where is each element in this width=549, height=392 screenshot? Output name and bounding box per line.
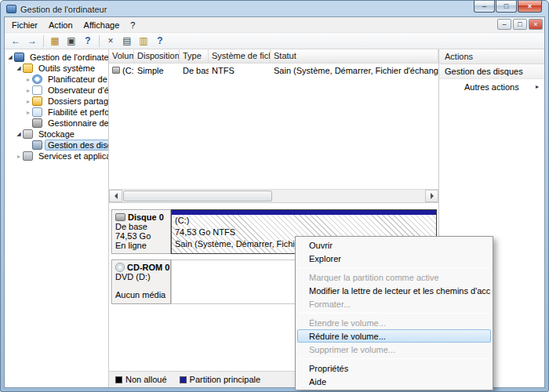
tree-item-services-applications[interactable]: ▸ Services et applications: [5, 151, 108, 162]
expander-closed-icon[interactable]: ▸: [24, 76, 32, 83]
tree-item-planificateur-taches[interactable]: ▸ Planificateur de tâches: [5, 74, 108, 85]
disk0-label[interactable]: Disque 0 De base 74,53 Go En ligne: [111, 209, 171, 254]
caption-buttons: – □ ×: [473, 1, 542, 13]
tree-item-gestion-ordinateur[interactable]: ◢ Gestion de l'ordinateur (local): [5, 52, 108, 63]
child-close-button[interactable]: ×: [529, 19, 543, 30]
tree-item-observateur-evenements[interactable]: ▸ Observateur d'événements: [5, 85, 108, 96]
minimize-button[interactable]: –: [474, 1, 495, 13]
cdrom-label[interactable]: CD-ROM 0 DVD (D:) Aucun média: [111, 260, 171, 304]
back-icon[interactable]: ←: [8, 34, 24, 48]
column-header-volume[interactable]: Volume: [109, 49, 134, 63]
toolbar-separator: [99, 35, 100, 47]
storage-icon: [23, 129, 33, 139]
disk0-status: En ligne: [115, 241, 167, 250]
tree-item-fiabilite-performance[interactable]: ▸ Fiabilité et performance: [5, 107, 108, 118]
console-window-icon[interactable]: ▣: [64, 34, 79, 48]
menu-item-explorer[interactable]: Explorer: [297, 252, 491, 265]
task-scheduler-icon: [32, 74, 42, 84]
scrollbar-thumb[interactable]: [123, 191, 272, 201]
menu-item-reduire-volume[interactable]: Réduire le volume...: [297, 329, 491, 343]
tree-item-outils-systeme[interactable]: ◢ Outils système: [5, 63, 108, 74]
expander-closed-icon[interactable]: ▸: [24, 109, 32, 116]
scroll-right-icon[interactable]: [425, 190, 438, 202]
menu-separator: [299, 358, 489, 359]
actions-group-gestion-disques[interactable]: Gestion des disques: [439, 64, 544, 79]
column-header-disposition[interactable]: Disposition: [134, 49, 180, 63]
cell-statut: Sain (Système, Démarrer, Fichier d'échan…: [271, 66, 438, 75]
window-title: Gestion de l'ordinateur: [20, 5, 107, 14]
unallocated-swatch: [115, 376, 122, 383]
tree-item-gestion-disques[interactable]: ▸ Gestion des disques: [5, 140, 108, 151]
cdrom-status: Aucun média: [115, 290, 167, 299]
column-header-statut[interactable]: Statut: [271, 49, 438, 63]
disk0-type: De base: [115, 222, 167, 231]
child-minimize-button[interactable]: –: [497, 19, 511, 30]
close-button[interactable]: ×: [518, 1, 542, 13]
menu-item-proprietes[interactable]: Propriétés: [297, 361, 491, 375]
tree-item-label: Gestion des disques: [45, 140, 109, 151]
volume-list: Volume Disposition Type Système de fichi…: [109, 49, 438, 203]
properties-icon[interactable]: ▤: [119, 34, 135, 48]
menubar: Fichier Action Affichage ? – □ ×: [5, 17, 544, 32]
cd-rom-icon: [115, 263, 125, 272]
column-header-type[interactable]: Type: [180, 49, 209, 63]
expander-open-icon[interactable]: ◢: [15, 65, 23, 71]
menu-fichier[interactable]: Fichier: [6, 19, 43, 31]
performance-icon: [32, 107, 42, 117]
disk-icon: [115, 213, 125, 221]
scroll-left-icon[interactable]: [109, 190, 122, 202]
tree-item-label: Planificateur de tâches: [45, 74, 109, 85]
menu-separator: [299, 267, 489, 268]
menu-item-supprimer-volume: Supprimer le volume...: [297, 343, 491, 356]
tree-item-label: Stockage: [35, 129, 78, 140]
legend-label: Partition principale: [190, 375, 261, 384]
tree-item-dossiers-partages[interactable]: ▸ Dossiers partagés: [5, 96, 108, 107]
child-restore-button[interactable]: □: [513, 19, 527, 30]
menu-item-etendre-volume: Étendre le volume...: [297, 316, 491, 329]
cell-systeme-fichiers: NTFS: [209, 66, 271, 75]
menu-action[interactable]: Action: [43, 19, 78, 31]
tree-item-gestionnaire-peripheriques[interactable]: ▸ Gestionnaire de périphériques: [5, 118, 108, 129]
cell-disposition: Simple: [134, 66, 180, 75]
tree-item-label: Fiabilité et performance: [45, 107, 109, 118]
more-actions-item[interactable]: Autres actions ▸: [439, 79, 544, 94]
expander-closed-icon[interactable]: ▸: [24, 98, 32, 105]
volume-list-header: Volume Disposition Type Système de fichi…: [109, 49, 438, 64]
submenu-arrow-icon: ▸: [536, 83, 539, 90]
menu-item-formater: Formater...: [297, 297, 491, 310]
menu-item-aide[interactable]: Aide: [297, 375, 491, 388]
tree-item-label: Services et applications: [35, 151, 109, 162]
scrollbar-track[interactable]: [122, 191, 425, 201]
actions-pane-title: Actions: [439, 49, 544, 64]
cell-volume: (C:): [109, 66, 134, 75]
maximize-button[interactable]: □: [496, 1, 517, 13]
export-list-icon[interactable]: ▦: [47, 34, 63, 48]
forward-icon[interactable]: →: [24, 34, 40, 48]
column-header-systeme-fichiers[interactable]: Système de fichiers: [209, 49, 271, 63]
expander-closed-icon[interactable]: ▸: [15, 153, 23, 160]
menu-separator: [299, 313, 489, 314]
child-window-controls: – □ ×: [497, 19, 543, 30]
menu-help[interactable]: ?: [125, 19, 140, 31]
delete-volume-icon[interactable]: ×: [103, 34, 118, 48]
services-icon: [23, 151, 33, 161]
menu-affichage[interactable]: Affichage: [78, 19, 125, 31]
horizontal-scrollbar[interactable]: [109, 189, 438, 202]
expander-closed-icon[interactable]: ▸: [24, 87, 32, 94]
event-viewer-icon: [32, 85, 42, 95]
help-topics-icon[interactable]: ?: [152, 34, 168, 48]
toolbar-separator: [43, 35, 44, 47]
menu-item-modifier-lettre-lecteur[interactable]: Modifier la lettre de lecteur et les che…: [297, 284, 491, 297]
help-icon[interactable]: ?: [80, 34, 96, 48]
expander-open-icon[interactable]: ◢: [6, 54, 14, 60]
tree-item-stockage[interactable]: ◢ Stockage: [5, 129, 108, 140]
menu-item-marquer-partition-active: Marquer la partition comme active: [297, 270, 491, 284]
titlebar[interactable]: Gestion de l'ordinateur: [6, 2, 454, 16]
app-icon: [6, 5, 16, 13]
expander-open-icon[interactable]: ◢: [15, 131, 23, 137]
console-tree: ◢ Gestion de l'ordinateur (local) ◢ Outi…: [5, 49, 109, 387]
volume-c-name: (C:): [172, 215, 436, 227]
open-folder-icon[interactable]: ▥: [136, 34, 151, 48]
menu-item-ouvrir[interactable]: Ouvrir: [297, 238, 491, 252]
volume-row-c[interactable]: (C:) Simple De base NTFS Sain (Système, …: [109, 64, 438, 77]
